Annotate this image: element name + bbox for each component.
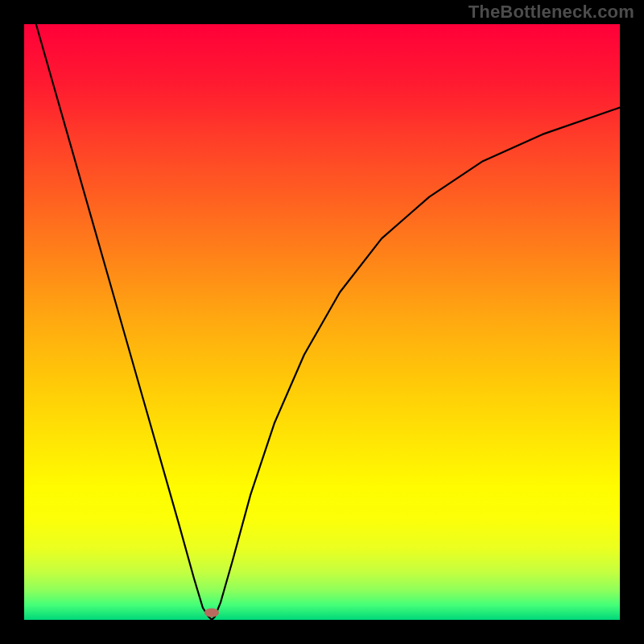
curve-path	[36, 24, 620, 620]
plot-area	[24, 24, 620, 620]
minimum-marker	[204, 609, 219, 617]
chart-frame: TheBottleneck.com	[0, 0, 644, 644]
watermark-text: TheBottleneck.com	[469, 2, 634, 23]
curve-line	[24, 24, 620, 620]
